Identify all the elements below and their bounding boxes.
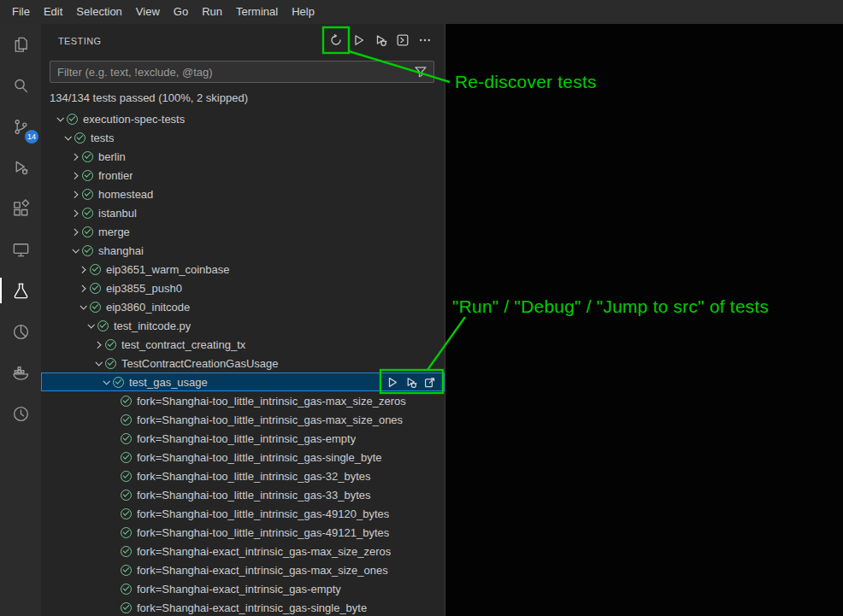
tree-row[interactable]: fork=Shanghai-exact_intrinsic_gas-max_si… bbox=[41, 560, 445, 579]
tree-row[interactable]: test_gas_usage bbox=[41, 373, 445, 391]
chevron-down-icon[interactable] bbox=[53, 109, 67, 128]
chevron-right-icon[interactable] bbox=[68, 222, 82, 241]
chevron-placeholder bbox=[107, 579, 121, 598]
debug-all-tests-button[interactable] bbox=[370, 30, 391, 50]
tree-row[interactable]: fork=Shanghai-too_little_intrinsic_gas-s… bbox=[41, 448, 445, 466]
tree-row[interactable]: fork=Shanghai-too_little_intrinsic_gas-m… bbox=[41, 410, 445, 429]
test-passed-icon bbox=[82, 189, 93, 200]
tree-row[interactable]: istanbul bbox=[41, 203, 445, 222]
activity-bar-item-extensions[interactable] bbox=[0, 188, 41, 229]
chevron-down-icon[interactable] bbox=[61, 128, 74, 147]
tree-row[interactable]: test_initcode.py bbox=[41, 316, 445, 335]
chevron-down-icon[interactable] bbox=[68, 241, 82, 260]
chevron-down-icon[interactable] bbox=[76, 297, 90, 316]
activity-bar-item-pie-chart[interactable] bbox=[0, 311, 41, 352]
more-actions-button[interactable] bbox=[415, 30, 435, 50]
chevron-right-icon[interactable] bbox=[68, 166, 82, 185]
tree-row[interactable]: fork=Shanghai-exact_intrinsic_gas-single… bbox=[41, 598, 445, 616]
test-passed-icon bbox=[67, 114, 78, 125]
tree-row[interactable]: eip3860_initcode bbox=[41, 297, 445, 316]
filter-input[interactable] bbox=[50, 61, 434, 83]
activity-bar-item-run-and-debug[interactable] bbox=[0, 147, 41, 188]
test-passed-icon bbox=[121, 452, 132, 463]
chevron-placeholder bbox=[107, 466, 121, 485]
test-passed-icon bbox=[105, 339, 116, 350]
test-passed-icon bbox=[113, 377, 124, 388]
chevron-right-icon[interactable] bbox=[68, 203, 82, 222]
source-control-badge: 14 bbox=[25, 130, 38, 144]
activity-bar-item-clock[interactable] bbox=[0, 393, 41, 434]
tree-row[interactable]: shanghai bbox=[41, 241, 445, 260]
tree-row-label: test_gas_usage bbox=[129, 376, 208, 389]
tree-row[interactable]: tests bbox=[41, 128, 445, 147]
tree-row[interactable]: frontier bbox=[41, 166, 445, 185]
docker-icon bbox=[11, 363, 31, 383]
menu-item-go[interactable]: Go bbox=[167, 0, 195, 24]
menu-item-edit[interactable]: Edit bbox=[37, 0, 69, 24]
menu-item-view[interactable]: View bbox=[129, 0, 167, 24]
activity-bar-item-testing[interactable] bbox=[0, 270, 41, 311]
tree-row-label: fork=Shanghai-too_little_intrinsic_gas-e… bbox=[137, 432, 356, 445]
tree-row[interactable]: execution-spec-tests bbox=[41, 109, 445, 128]
show-output-icon bbox=[396, 33, 410, 47]
tree-row[interactable]: fork=Shanghai-too_little_intrinsic_gas-m… bbox=[41, 391, 445, 410]
tree-row[interactable]: fork=Shanghai-too_little_intrinsic_gas-4… bbox=[41, 504, 445, 523]
tree-row[interactable]: fork=Shanghai-exact_intrinsic_gas-max_si… bbox=[41, 542, 445, 560]
tree-row-label: fork=Shanghai-too_little_intrinsic_gas-m… bbox=[137, 414, 403, 426]
activity-bar-item-remote-explorer[interactable] bbox=[0, 229, 41, 270]
tree-row[interactable]: merge bbox=[41, 222, 445, 241]
run-all-tests-button[interactable] bbox=[348, 30, 368, 50]
activity-bar-item-explorer[interactable] bbox=[0, 24, 41, 65]
tree-row[interactable]: fork=Shanghai-exact_intrinsic_gas-empty bbox=[41, 579, 445, 598]
chevron-down-icon[interactable] bbox=[99, 373, 113, 391]
test-tree: execution-spec-teststestsberlinfrontierh… bbox=[41, 109, 445, 616]
chevron-down-icon[interactable] bbox=[84, 316, 97, 335]
tree-row[interactable]: homestead bbox=[41, 185, 445, 203]
chevron-placeholder bbox=[107, 410, 121, 429]
chevron-right-icon[interactable] bbox=[76, 279, 90, 297]
tree-row-label: frontier bbox=[98, 169, 133, 182]
test-passed-icon bbox=[105, 358, 116, 369]
tree-row[interactable]: eip3651_warm_coinbase bbox=[41, 260, 445, 279]
test-passed-icon bbox=[121, 490, 132, 501]
test-passed-icon bbox=[121, 602, 132, 613]
menu-item-help[interactable]: Help bbox=[285, 0, 321, 24]
search-icon bbox=[11, 76, 31, 96]
chevron-right-icon[interactable] bbox=[91, 335, 105, 354]
run-test-button[interactable] bbox=[383, 373, 400, 390]
debug-all-icon bbox=[374, 33, 387, 47]
menu-item-run[interactable]: Run bbox=[195, 0, 229, 24]
tree-row-label: merge bbox=[98, 226, 130, 238]
tree-row[interactable]: test_contract_creating_tx bbox=[41, 335, 445, 354]
test-passed-icon bbox=[121, 471, 132, 482]
chevron-right-icon[interactable] bbox=[68, 185, 82, 203]
chevron-placeholder bbox=[107, 542, 121, 560]
show-output-button[interactable] bbox=[392, 30, 413, 50]
tree-row[interactable]: fork=Shanghai-too_little_intrinsic_gas-e… bbox=[41, 429, 445, 448]
chevron-down-icon[interactable] bbox=[91, 354, 105, 373]
chevron-right-icon[interactable] bbox=[76, 260, 90, 279]
debug-test-button[interactable] bbox=[402, 373, 419, 390]
tree-row[interactable]: eip3855_push0 bbox=[41, 279, 445, 297]
filter-funnel-icon[interactable] bbox=[414, 65, 427, 79]
menu-item-selection[interactable]: Selection bbox=[69, 0, 128, 24]
tree-row-label: test_contract_creating_tx bbox=[121, 338, 245, 351]
tree-row[interactable]: fork=Shanghai-too_little_intrinsic_gas-4… bbox=[41, 523, 445, 542]
tree-row[interactable]: berlin bbox=[41, 147, 445, 166]
menu-item-file[interactable]: File bbox=[5, 0, 37, 24]
activity-bar-item-source-control[interactable]: 14 bbox=[0, 106, 41, 147]
go-to-test-button[interactable] bbox=[421, 373, 438, 390]
activity-bar-item-search[interactable] bbox=[0, 65, 41, 106]
files-icon bbox=[11, 35, 31, 55]
testing-beaker-icon bbox=[11, 281, 31, 301]
tree-row[interactable]: fork=Shanghai-too_little_intrinsic_gas-3… bbox=[41, 485, 445, 504]
tree-row-label: test_initcode.py bbox=[114, 320, 191, 332]
refresh-tests-button[interactable] bbox=[326, 30, 346, 50]
chevron-placeholder bbox=[107, 504, 121, 523]
tree-row[interactable]: TestContractCreationGasUsage bbox=[41, 354, 445, 373]
tree-row[interactable]: fork=Shanghai-too_little_intrinsic_gas-3… bbox=[41, 466, 445, 485]
test-passed-icon bbox=[90, 302, 101, 313]
chevron-right-icon[interactable] bbox=[68, 147, 82, 166]
activity-bar-item-docker[interactable] bbox=[0, 352, 41, 393]
menu-item-terminal[interactable]: Terminal bbox=[229, 0, 285, 24]
